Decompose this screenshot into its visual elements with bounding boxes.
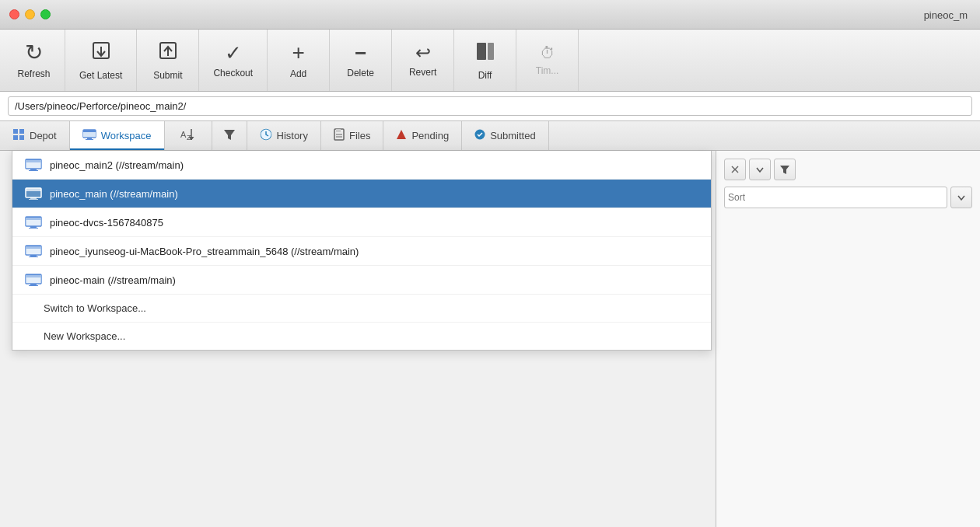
minimize-button[interactable] (25, 9, 35, 19)
tab-filter-icon-area (212, 121, 247, 150)
maximize-button[interactable] (40, 9, 51, 19)
new-workspace-item[interactable]: New Workspace... (12, 323, 711, 350)
svg-rect-6 (13, 129, 18, 134)
sort-input[interactable] (724, 187, 947, 208)
get-latest-icon (90, 40, 112, 65)
pathbar (0, 92, 980, 121)
revert-button[interactable]: ↩ Revert (392, 30, 454, 91)
workspace-item-label: pineoc_iyunseog-ui-MacBook-Pro_streammai… (50, 246, 359, 257)
tab-workspace[interactable]: Workspace (70, 121, 165, 150)
list-item[interactable]: pineoc-dvcs-1567840875 (12, 208, 711, 237)
revert-icon: ↩ (415, 44, 431, 62)
svg-rect-41 (29, 228, 38, 229)
tab-files[interactable]: Files (321, 121, 383, 150)
diff-label: Diff (478, 70, 492, 81)
path-input[interactable] (8, 96, 972, 116)
svg-rect-8 (13, 135, 18, 140)
diff-icon (474, 40, 496, 65)
svg-rect-45 (30, 255, 37, 257)
close-button[interactable] (9, 9, 19, 19)
window-controls (9, 9, 51, 19)
workspace-item-icon (25, 274, 42, 286)
tab-pending[interactable]: Pending (383, 121, 462, 150)
tab-depot[interactable]: Depot (0, 121, 70, 150)
svg-rect-40 (30, 226, 37, 228)
right-panel (716, 151, 980, 527)
svg-marker-54 (780, 166, 789, 174)
list-item[interactable]: pineoc_main2 (//stream/main) (12, 151, 711, 180)
refresh-label: Refresh (17, 68, 50, 79)
refresh-button[interactable]: ↻ Refresh (3, 30, 65, 91)
refresh-icon: ↻ (25, 42, 43, 64)
svg-marker-25 (397, 130, 406, 139)
svg-rect-35 (30, 197, 37, 199)
submit-label: Submit (153, 70, 182, 81)
tab-workspace-label: Workspace (101, 130, 152, 141)
depot-icon (12, 128, 25, 143)
switch-workspace-label: Switch to Workspace... (44, 302, 146, 314)
svg-rect-22 (336, 129, 341, 132)
files-icon (334, 128, 345, 143)
titlebar: pineoc_m (0, 0, 980, 30)
filter-bar (724, 159, 972, 180)
toolbar: ↻ Refresh Get Latest Submit ✓ Checkout +… (0, 30, 980, 92)
history-icon (260, 128, 272, 143)
svg-rect-36 (29, 199, 38, 200)
timelapse-button[interactable]: ⏱ Tim... (516, 30, 579, 91)
svg-text:A: A (180, 130, 187, 139)
add-button[interactable]: + Add (268, 30, 330, 91)
svg-rect-34 (26, 189, 41, 197)
submit-icon (157, 40, 179, 65)
main-content: pineoc_main2 (//stream/main) pineoc_main… (0, 151, 980, 527)
svg-rect-30 (30, 169, 37, 170)
svg-rect-9 (19, 135, 24, 140)
workspace-item-icon (25, 159, 42, 171)
workspace-item-label: pineoc-main (//stream/main) (50, 274, 176, 286)
sort-az-icon[interactable]: AZ (177, 127, 199, 144)
checkout-label: Checkout (213, 68, 253, 79)
workspace-item-label: pineoc_main (//stream/main) (50, 188, 178, 200)
add-icon: + (292, 42, 304, 64)
svg-rect-51 (29, 285, 38, 286)
workspace-item-label: pineoc_main2 (//stream/main) (50, 159, 184, 171)
svg-rect-39 (26, 218, 41, 225)
svg-rect-46 (29, 257, 38, 257)
workspace-dropdown: pineoc_main2 (//stream/main) pineoc_main… (12, 151, 712, 351)
sort-dropdown-arrow[interactable] (950, 187, 972, 208)
delete-label: Delete (347, 68, 374, 79)
svg-rect-14 (86, 139, 93, 140)
tab-history[interactable]: History (247, 121, 321, 150)
filter-icon[interactable] (220, 128, 239, 143)
workspace-item-label: pineoc-dvcs-1567840875 (50, 217, 163, 229)
tab-history-label: History (277, 130, 308, 141)
workspace-item-icon (25, 187, 42, 200)
checkout-button[interactable]: ✓ Checkout (199, 30, 268, 91)
list-item[interactable]: pineoc_iyunseog-ui-MacBook-Pro_streammai… (12, 237, 711, 266)
svg-rect-13 (87, 138, 92, 139)
get-latest-button[interactable]: Get Latest (65, 30, 137, 91)
get-latest-label: Get Latest (79, 70, 122, 81)
svg-rect-5 (488, 43, 494, 60)
svg-rect-29 (26, 160, 41, 168)
delete-button[interactable]: − Delete (330, 30, 392, 91)
dropdown-arrow-button[interactable] (749, 159, 771, 180)
workspace-item-icon (25, 216, 42, 229)
list-item[interactable]: pineoc_main (//stream/main) (12, 180, 711, 208)
svg-rect-50 (30, 284, 37, 285)
tab-pending-label: Pending (411, 130, 449, 141)
switch-workspace-item[interactable]: Switch to Workspace... (12, 295, 711, 323)
timelapse-icon: ⏱ (540, 45, 555, 61)
workspace-icon (82, 129, 96, 142)
submit-button[interactable]: Submit (137, 30, 199, 91)
tabbar: Depot Workspace AZ History Files Pending (0, 121, 980, 151)
diff-button[interactable]: Diff (454, 30, 516, 91)
tab-submitted-label: Submitted (490, 130, 536, 141)
tab-submitted[interactable]: Submitted (462, 121, 549, 150)
clear-filter-button[interactable] (724, 159, 746, 180)
svg-marker-18 (224, 130, 235, 140)
right-filter-icon[interactable] (774, 159, 796, 180)
svg-rect-49 (26, 275, 41, 283)
list-item[interactable]: pineoc-main (//stream/main) (12, 266, 711, 295)
delete-icon: − (355, 43, 366, 63)
checkout-icon: ✓ (225, 43, 242, 63)
